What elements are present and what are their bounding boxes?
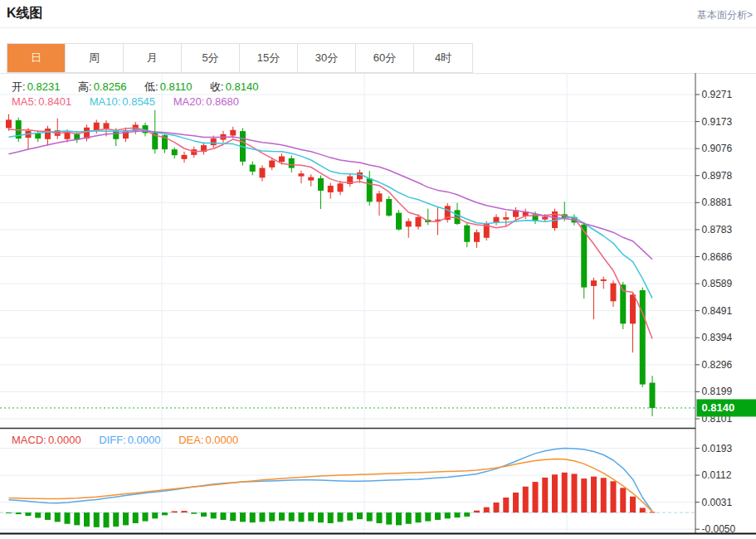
candle [640, 288, 646, 387]
macd-bar [474, 511, 480, 512]
candle [328, 183, 334, 199]
macd-bar [162, 512, 168, 515]
close-label: 收: [210, 80, 224, 93]
macd-bar [84, 512, 90, 527]
macd-bar [347, 512, 353, 521]
candle [367, 171, 373, 206]
macd-bar [445, 512, 451, 518]
macd-bar [562, 473, 568, 512]
macd-bar [74, 512, 80, 525]
macd-bar [503, 498, 509, 512]
diff-value: 0.0000 [128, 434, 161, 446]
macd-bar [230, 512, 236, 521]
candle [591, 278, 597, 319]
macd-bar [572, 473, 578, 512]
macd-bar [494, 503, 500, 512]
candle [611, 280, 617, 307]
open-label: 开: [12, 80, 26, 93]
y-axis-label: 0.8296 [702, 359, 733, 371]
candle [45, 126, 51, 146]
close-value: 0.8140 [226, 80, 259, 93]
candle [172, 148, 178, 158]
dea-label: DEA: [178, 434, 203, 446]
candle [630, 292, 636, 352]
macd-bar [464, 512, 470, 517]
y-axis-label: 0.8491 [702, 305, 733, 317]
candle [26, 128, 32, 149]
low-value: 0.8110 [160, 80, 193, 93]
macd-bar [113, 512, 119, 527]
candle [377, 191, 383, 216]
ma10-label: MA10: [90, 95, 121, 108]
macd-bar [406, 512, 412, 524]
candle [260, 165, 266, 181]
ma-legend: MA5:0.8401 MA10:0.8545 MA20:0.8680 [12, 95, 241, 108]
ma10-value: 0.8545 [122, 95, 155, 108]
macd-bar [601, 478, 607, 512]
low-label: 低: [144, 80, 159, 93]
macd-bar [640, 507, 646, 512]
macd-bar [211, 512, 217, 518]
y-axis-label: 0.9076 [702, 143, 733, 154]
macd-bar [308, 512, 314, 521]
candle [201, 143, 207, 155]
y-axis-label: 0.8394 [702, 332, 733, 343]
y-axis-label: 0.9173 [702, 116, 733, 128]
macd-bar [45, 512, 51, 520]
candle [620, 282, 626, 329]
ma5-label: MA5: [12, 95, 37, 108]
macd-bar [143, 512, 149, 521]
candle [357, 170, 363, 183]
candle [35, 130, 41, 142]
macd-bar [133, 512, 139, 523]
macd-bar [386, 512, 392, 524]
macd-bar [55, 512, 61, 522]
macd-bar [16, 512, 22, 514]
macd-axis-label: 0.0193 [702, 443, 733, 454]
ma5-line [9, 128, 653, 338]
current-price-badge-text: 0.8140 [702, 401, 735, 414]
macd-bar [416, 512, 422, 522]
macd-bar [172, 511, 178, 512]
macd-bar [425, 512, 431, 521]
macd-value: 0.0000 [48, 434, 81, 446]
macd-bar [269, 512, 275, 521]
y-axis-label: 0.9271 [702, 89, 733, 100]
macd-bar [542, 478, 548, 512]
macd-bar [328, 512, 334, 523]
macd-bar [455, 512, 461, 517]
macd-bar [650, 512, 656, 512]
ohlc-legend: 开:0.8231 高:0.8256 低:0.8110 收:0.8140 [12, 80, 260, 95]
macd-bar [250, 512, 256, 522]
macd-bar [484, 507, 490, 512]
y-axis-label: 0.8978 [702, 170, 733, 182]
macd-bar [630, 497, 636, 512]
macd-bar [104, 512, 110, 527]
macd-bar [6, 512, 12, 513]
macd-legend: MACD:0.0000 DIFF:0.0000 DEA:0.0000 [12, 434, 240, 446]
candle [474, 230, 480, 248]
macd-bar [611, 481, 617, 512]
candles-layer [6, 110, 656, 416]
high-label: 高: [78, 80, 92, 93]
kline-app: { "page": { "title": "K线图", "analysis_li… [0, 0, 756, 539]
macd-bar [318, 512, 324, 522]
macd-bar [279, 512, 285, 521]
candle [84, 124, 90, 141]
macd-bar [289, 512, 295, 521]
candle [503, 211, 509, 226]
ma20-label: MA20: [173, 95, 205, 108]
macd-bar [513, 493, 519, 512]
candle [250, 162, 256, 176]
candle [289, 156, 295, 172]
candle [494, 214, 500, 225]
macd-axis-label: 0.0112 [702, 469, 732, 481]
macd-bar [182, 511, 188, 512]
macd-bar [65, 512, 71, 524]
open-value: 0.8231 [27, 80, 61, 93]
macd-bar [367, 512, 373, 521]
macd-bar [299, 512, 305, 522]
y-axis-label: 0.8881 [702, 197, 733, 208]
ma5-value: 0.8401 [38, 95, 71, 108]
macd-bar [396, 512, 402, 525]
